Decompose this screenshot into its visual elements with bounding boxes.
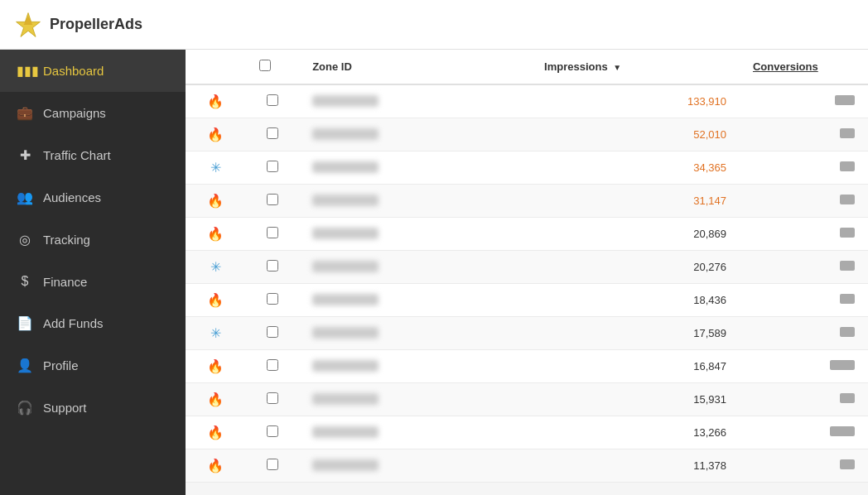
sidebar-item-dashboard[interactable]: ▮▮▮ Dashboard bbox=[0, 50, 186, 92]
impressions-cell: 18,436 bbox=[531, 284, 740, 317]
zone-id-cell: xxxxxxxx bbox=[299, 84, 531, 118]
row-checkbox[interactable] bbox=[267, 127, 278, 139]
row-checkbox-cell[interactable] bbox=[246, 84, 299, 118]
content-area: Zone ID Impressions ▼ Conversions 🔥xxxxx… bbox=[186, 50, 868, 495]
sidebar: ▮▮▮ Dashboard 💼 Campaigns ✚ Traffic Char… bbox=[0, 50, 186, 495]
headset-icon: 🎧 bbox=[17, 400, 33, 416]
conversions-cell bbox=[740, 350, 868, 383]
fire-icon: 🔥 bbox=[207, 392, 224, 406]
sidebar-label-campaigns: Campaigns bbox=[43, 106, 106, 120]
snowflake-icon: ✳ bbox=[210, 161, 221, 175]
impressions-value: 15,931 bbox=[693, 393, 726, 406]
top-bar: PropellerAds bbox=[0, 0, 868, 50]
impressions-value: 34,365 bbox=[693, 161, 726, 174]
conversions-cell bbox=[740, 84, 868, 118]
conversion-bar bbox=[840, 195, 855, 204]
sidebar-label-profile: Profile bbox=[43, 358, 79, 372]
impressions-value: 52,010 bbox=[693, 128, 726, 141]
row-checkbox-cell[interactable] bbox=[246, 218, 299, 251]
row-checkbox[interactable] bbox=[267, 227, 278, 238]
table-row: 🔥xxxxxxxx15,931 bbox=[186, 383, 868, 416]
row-checkbox-cell[interactable] bbox=[246, 185, 299, 218]
zone-id-cell: xxxxxxxx bbox=[299, 151, 531, 185]
col-header-conversions[interactable]: Conversions bbox=[740, 50, 868, 84]
sidebar-item-profile[interactable]: 👤 Profile bbox=[0, 344, 186, 387]
sidebar-item-finance[interactable]: $ Finance bbox=[0, 261, 186, 302]
impressions-cell: 20,869 bbox=[531, 218, 740, 251]
row-checkbox-cell[interactable] bbox=[246, 118, 299, 151]
conversion-bar bbox=[835, 95, 855, 105]
row-checkbox[interactable] bbox=[267, 161, 278, 172]
row-checkbox[interactable] bbox=[267, 293, 278, 305]
select-all-checkbox[interactable] bbox=[259, 60, 271, 71]
conversion-bar bbox=[840, 393, 855, 403]
sidebar-item-support[interactable]: 🎧 Support bbox=[0, 387, 186, 429]
briefcase-icon: 💼 bbox=[17, 105, 33, 121]
row-checkbox-cell[interactable] bbox=[246, 251, 299, 284]
table-row: ✳xxxxxxxx20,276 bbox=[186, 251, 868, 284]
row-checkbox-cell[interactable] bbox=[246, 350, 299, 383]
sidebar-label-audiences: Audiences bbox=[43, 190, 101, 204]
zone-id-cell: xxxxxxxx bbox=[299, 383, 531, 416]
row-checkbox[interactable] bbox=[267, 425, 278, 437]
row-checkbox-cell[interactable] bbox=[246, 383, 299, 416]
row-checkbox[interactable] bbox=[267, 359, 278, 371]
fire-icon: 🔥 bbox=[207, 94, 224, 108]
conversions-cell bbox=[740, 151, 868, 185]
impressions-value: 11,378 bbox=[693, 459, 726, 472]
sidebar-item-campaigns[interactable]: 💼 Campaigns bbox=[0, 92, 186, 134]
fire-icon: 🔥 bbox=[207, 293, 224, 307]
row-checkbox[interactable] bbox=[267, 459, 278, 470]
table-row: 🔥xxxxxxxx11,378 bbox=[186, 449, 868, 483]
conversion-bar bbox=[840, 161, 855, 171]
row-checkbox-cell[interactable] bbox=[246, 284, 299, 317]
data-table: Zone ID Impressions ▼ Conversions 🔥xxxxx… bbox=[186, 50, 868, 483]
sidebar-label-support: Support bbox=[43, 401, 87, 415]
table-row: ✳xxxxxxxx34,365 bbox=[186, 151, 868, 185]
col-header-impressions[interactable]: Impressions ▼ bbox=[531, 50, 740, 84]
zone-id-cell: xxxxxxxx bbox=[299, 317, 531, 350]
impressions-value: 133,910 bbox=[687, 95, 726, 108]
row-checkbox[interactable] bbox=[267, 94, 278, 106]
main-layout: ▮▮▮ Dashboard 💼 Campaigns ✚ Traffic Char… bbox=[0, 50, 868, 495]
shield-icon: ✚ bbox=[17, 147, 33, 163]
conversions-cell bbox=[740, 284, 868, 317]
row-checkbox-cell[interactable] bbox=[246, 317, 299, 350]
sidebar-item-tracking[interactable]: ◎ Tracking bbox=[0, 219, 186, 261]
row-checkbox[interactable] bbox=[267, 194, 278, 205]
row-checkbox[interactable] bbox=[267, 392, 278, 404]
row-type-icon: 🔥 bbox=[186, 84, 246, 118]
sidebar-item-traffic-chart[interactable]: ✚ Traffic Chart bbox=[0, 134, 186, 176]
col-header-checkbox[interactable] bbox=[246, 50, 299, 84]
dollar-icon: $ bbox=[17, 274, 33, 289]
table-row: 🔥xxxxxxxx18,436 bbox=[186, 284, 868, 317]
conversions-cell bbox=[740, 317, 868, 350]
sidebar-item-add-funds[interactable]: 📄 Add Funds bbox=[0, 302, 186, 344]
zone-id-cell: xxxxxxxx bbox=[299, 350, 531, 383]
row-checkbox-cell[interactable] bbox=[246, 449, 299, 483]
table-row: ✳xxxxxxxx17,589 bbox=[186, 317, 868, 350]
row-type-icon: ✳ bbox=[186, 317, 246, 350]
zone-id-cell: xxxxxxxx bbox=[299, 218, 531, 251]
row-checkbox[interactable] bbox=[267, 260, 278, 272]
row-type-icon: ✳ bbox=[186, 151, 246, 185]
impressions-cell: 17,589 bbox=[531, 317, 740, 350]
impressions-value: 31,147 bbox=[693, 195, 726, 207]
sidebar-label-traffic-chart: Traffic Chart bbox=[43, 148, 111, 162]
table-row: 🔥xxxxxxxx20,869 bbox=[186, 218, 868, 251]
row-type-icon: 🔥 bbox=[186, 350, 246, 383]
sidebar-item-audiences[interactable]: 👥 Audiences bbox=[0, 176, 186, 219]
fire-icon: 🔥 bbox=[207, 459, 224, 473]
table-row: 🔥xxxxxxxx133,910 bbox=[186, 84, 868, 118]
impressions-value: 18,436 bbox=[693, 294, 726, 306]
fire-icon: 🔥 bbox=[207, 425, 224, 440]
zone-id-cell: xxxxxxxx bbox=[299, 284, 531, 317]
zone-id-value: xxxxxxxx bbox=[312, 261, 379, 272]
row-type-icon: 🔥 bbox=[186, 416, 246, 449]
conversions-cell bbox=[740, 118, 868, 151]
row-checkbox-cell[interactable] bbox=[246, 416, 299, 449]
row-type-icon: 🔥 bbox=[186, 218, 246, 251]
impressions-cell: 13,266 bbox=[531, 416, 740, 449]
row-checkbox-cell[interactable] bbox=[246, 151, 299, 185]
row-checkbox[interactable] bbox=[267, 326, 278, 338]
